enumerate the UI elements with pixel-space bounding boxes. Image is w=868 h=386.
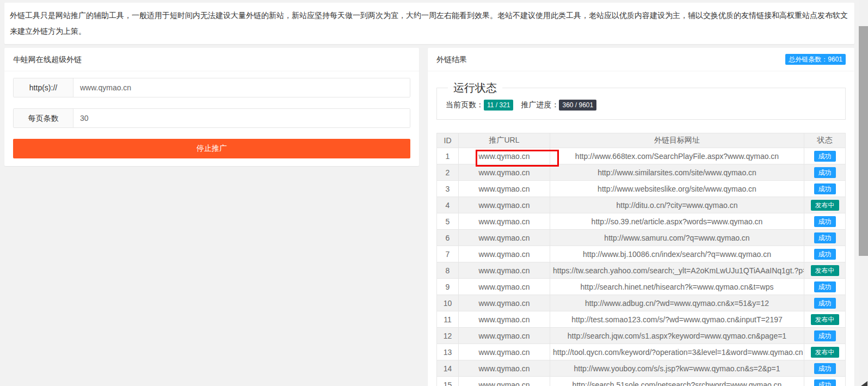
run-status-line: 当前页数： 11 / 321 推广进度： 360 / 9601 — [446, 100, 836, 111]
notice-text: 外链工具只是网站推广的辅助工具，一般适用于短时间内无法建设大量外链的新站，新站应… — [10, 11, 848, 35]
per-page-input-group: 每页条数 — [13, 108, 410, 128]
cell-id: 11 — [437, 311, 459, 328]
table-row: 10www.qymao.cnhttp://www.adbug.cn/?wd=ww… — [437, 295, 846, 311]
corner-triangle-icon — [861, 381, 867, 386]
table-row: 9www.qymao.cnhttp://search.hinet.net/his… — [437, 279, 846, 295]
status-badge: 成功 — [814, 232, 836, 243]
cell-target-url: http://search.hinet.net/hisearch?k=www.q… — [550, 279, 804, 295]
run-status-legend: 运行状态 — [448, 82, 502, 94]
cell-target-url: http://search.51sole.com/netsearch?srchw… — [550, 377, 804, 386]
cell-id: 5 — [437, 213, 459, 230]
cell-id: 13 — [437, 344, 459, 360]
table-row: 4www.qymao.cnhttp://ditu.o.cn/?city=www.… — [437, 197, 846, 213]
cell-id: 3 — [437, 181, 459, 197]
column-header: 状态 — [804, 133, 846, 148]
cell-target-url: http://ditu.o.cn/?city=www.qymao.cn — [550, 197, 804, 213]
cell-id: 9 — [437, 279, 459, 295]
status-badge: 发布中 — [811, 347, 839, 358]
cell-promo-url: www.qymao.cn — [459, 328, 550, 344]
cell-id: 8 — [437, 262, 459, 279]
table-row: 8www.qymao.cnhttps://tw.search.yahoo.com… — [437, 262, 846, 279]
cell-target-url: http://search.jqw.com/s1.aspx?keyword=ww… — [550, 328, 804, 344]
cell-promo-url: www.qymao.cn — [459, 311, 550, 328]
cell-id: 12 — [437, 328, 459, 344]
cell-promo-url: www.qymao.cn — [459, 377, 550, 386]
column-header: 外链目标网址 — [550, 133, 804, 148]
cell-promo-url: www.qymao.cn — [459, 360, 550, 377]
cell-status: 成功 — [804, 360, 846, 377]
cell-promo-url: www.qymao.cn — [459, 246, 550, 262]
status-badge: 成功 — [814, 298, 836, 309]
table-row: 7www.qymao.cnhttp://www.bj.10086.cn/inde… — [437, 246, 846, 262]
status-badge: 成功 — [814, 281, 836, 292]
status-badge: 成功 — [814, 330, 836, 341]
column-header: 推广URL — [459, 133, 550, 148]
cell-status: 成功 — [804, 295, 846, 311]
cell-promo-url: www.qymao.cn — [459, 181, 550, 197]
progress-label: 推广进度： — [521, 100, 559, 110]
table-row: 3www.qymao.cnhttp://www.websiteslike.org… — [437, 181, 846, 197]
cell-promo-url: www.qymao.cn — [459, 344, 550, 360]
run-status-fieldset: 运行状态 当前页数： 11 / 321 推广进度： 360 / 9601 — [436, 82, 846, 120]
column-header: ID — [437, 133, 459, 148]
per-page-label: 每页条数 — [14, 109, 73, 127]
cell-id: 10 — [437, 295, 459, 311]
results-table-wrap: ID推广URL外链目标网址状态 1www.qymao.cnhttp://www.… — [436, 133, 846, 386]
cell-target-url: http://www.similarsites.com/site/www.qym… — [550, 164, 804, 181]
cell-status: 成功 — [804, 246, 846, 262]
cell-target-url: http://so.39.net/article.aspx?words=www.… — [550, 213, 804, 230]
status-badge: 成功 — [814, 379, 836, 386]
status-badge: 发布中 — [811, 314, 839, 325]
cell-status: 成功 — [804, 181, 846, 197]
vertical-scrollbar-track[interactable] — [859, 0, 868, 386]
cell-status: 成功 — [804, 164, 846, 181]
cell-target-url: http://tool.qycn.com/keyword/?operation=… — [550, 344, 804, 360]
cell-promo-url: www.qymao.cn — [459, 279, 550, 295]
cell-promo-url: www.qymao.cn — [459, 197, 550, 213]
cell-status: 发布中 — [804, 197, 846, 213]
promo-panel-body: http(s):// 每页条数 停止推广 — [4, 71, 419, 167]
current-page-badge: 11 / 321 — [484, 100, 513, 111]
notice-bar: 外链工具只是网站推广的辅助工具，一般适用于短时间内无法建设大量外链的新站，新站应… — [4, 3, 854, 44]
cell-promo-url: www.qymao.cn — [459, 164, 550, 181]
cell-target-url: http://www.samuru.com/?q=www.qymao.cn — [550, 230, 804, 246]
cell-target-url: http://www.adbug.cn/?wd=www.qymao.cn&x=5… — [550, 295, 804, 311]
cell-status: 发布中 — [804, 311, 846, 328]
cell-status: 成功 — [804, 328, 846, 344]
status-badge: 发布中 — [811, 200, 839, 211]
per-page-input[interactable] — [73, 109, 410, 127]
cell-target-url: http://test.somao123.com/s/?wd=www.qymao… — [550, 311, 804, 328]
cell-id: 15 — [437, 377, 459, 386]
status-badge: 成功 — [814, 363, 836, 374]
table-row: 5www.qymao.cnhttp://so.39.net/article.as… — [437, 213, 846, 230]
promo-url-input[interactable] — [73, 78, 410, 97]
stop-promotion-button[interactable]: 停止推广 — [13, 139, 410, 158]
table-row: 13www.qymao.cnhttp://tool.qycn.com/keywo… — [437, 344, 846, 360]
cell-status: 发布中 — [804, 262, 846, 279]
promo-panel-header: 牛蛙网在线超级外链 — [4, 48, 419, 71]
table-header-row: ID推广URL外链目标网址状态 — [437, 133, 846, 148]
cell-promo-url: www.qymao.cn — [459, 148, 550, 164]
url-input-group: http(s):// — [13, 78, 410, 97]
total-links-badge: 总外链条数：9601 — [785, 54, 846, 65]
cell-status: 成功 — [804, 148, 846, 164]
cell-target-url: http://www.bj.10086.cn/index/search/?q=w… — [550, 246, 804, 262]
cell-promo-url: www.qymao.cn — [459, 230, 550, 246]
vertical-scrollbar-thumb[interactable] — [859, 26, 868, 256]
cell-status: 成功 — [804, 230, 846, 246]
cell-id: 6 — [437, 230, 459, 246]
status-badge: 成功 — [814, 151, 836, 162]
status-badge: 成功 — [814, 216, 836, 227]
table-row: 1www.qymao.cnhttp://www.668tex.com/Searc… — [437, 148, 846, 164]
cell-id: 4 — [437, 197, 459, 213]
results-panel-title: 外链结果 — [436, 48, 467, 71]
cell-target-url: https://tw.search.yahoo.com/search;_ylt=… — [550, 262, 804, 279]
table-body: 1www.qymao.cnhttp://www.668tex.com/Searc… — [437, 148, 846, 386]
cell-target-url: http://www.youboy.com/s/s.jsp?kw=www.qym… — [550, 360, 804, 377]
url-scheme-label: http(s):// — [14, 78, 73, 97]
cell-promo-url: www.qymao.cn — [459, 295, 550, 311]
cell-id: 1 — [437, 148, 459, 164]
cell-status: 成功 — [804, 213, 846, 230]
status-badge: 成功 — [814, 167, 836, 178]
table-row: 15www.qymao.cnhttp://search.51sole.com/n… — [437, 377, 846, 386]
